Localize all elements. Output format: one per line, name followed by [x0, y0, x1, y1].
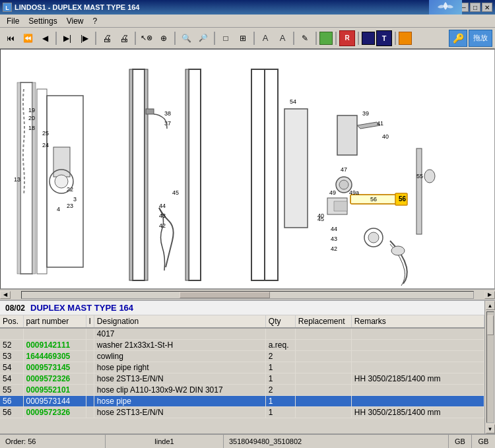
cell-part[interactable]: 0009572326 [23, 373, 86, 385]
toolbar-cursor[interactable]: ↖⊗ [139, 30, 154, 46]
cell-designation: cowling [94, 351, 265, 362]
quick-access[interactable]: 拖放 [469, 30, 492, 47]
toolbar-green[interactable] [319, 32, 333, 45]
toolbar-first[interactable]: ⏮ [3, 30, 18, 46]
v-scroll-track[interactable] [486, 311, 494, 423]
cell-remarks [351, 328, 484, 340]
h-scrollbar-thumb[interactable] [180, 292, 270, 298]
table-row[interactable]: 531644469305cowling2 [0, 351, 484, 362]
toolbar-sep7 [293, 32, 294, 45]
cell-part[interactable]: 0009552101 [23, 385, 86, 396]
table-row[interactable]: 540009573145hose pipe right1 [0, 362, 484, 373]
diagram-svg: 19 20 18 25 24 13 22 23 4 3 [1, 49, 482, 286]
svg-rect-22 [185, 69, 189, 280]
v-scrollbar[interactable]: ▲ ▼ [484, 301, 495, 433]
cell-designation: washer 21x33x1-St-H [94, 340, 265, 351]
status-bar: Order: 56 linde1 3518049480_3510802 GB G… [0, 433, 495, 448]
svg-rect-27 [146, 109, 154, 114]
svg-rect-19 [129, 69, 133, 280]
close-button[interactable]: ✕ [482, 3, 492, 12]
toolbar-next-page[interactable]: ▶| [59, 30, 75, 46]
diagram-area: 19 20 18 25 24 13 22 23 4 3 [0, 49, 495, 289]
toolbar-edit[interactable]: ✎ [297, 30, 313, 46]
svg-point-15 [55, 175, 68, 188]
cell-ind [86, 396, 94, 407]
toolbar-zoom-in[interactable]: 🔍 [178, 30, 194, 46]
v-scroll-thumb[interactable] [487, 315, 494, 335]
toolbar-print1[interactable]: 🖨 [99, 30, 115, 46]
toolbar-r-btn[interactable]: R [339, 30, 355, 46]
cell-ind [86, 385, 94, 396]
table-row[interactable]: 550009552101hose clip A110-130x9-W2 DIN … [0, 385, 484, 396]
svg-rect-20 [145, 69, 148, 280]
cell-part[interactable]: 1644469305 [23, 351, 86, 362]
svg-text:19: 19 [28, 107, 35, 113]
cell-part[interactable]: 0009572326 [23, 407, 86, 418]
table-row[interactable]: 4017 [0, 328, 484, 340]
svg-rect-30 [251, 69, 265, 280]
scroll-right[interactable]: ▶ [484, 291, 495, 299]
cell-pos: 53 [0, 351, 23, 362]
cell-part[interactable]: 0009573145 [23, 362, 86, 373]
status-user: linde1 [106, 435, 224, 448]
section-number: 08/02 [5, 304, 25, 313]
toolbar-sep11 [395, 32, 396, 45]
cell-remarks [351, 340, 484, 351]
svg-text:56: 56 [399, 195, 407, 203]
scroll-up[interactable]: ▲ [486, 301, 495, 310]
scroll-left[interactable]: ◀ [0, 291, 11, 299]
toolbar-zoom-circle[interactable]: ⊕ [156, 30, 172, 46]
cell-remarks: HH 3050/2185/1400 mm [351, 407, 484, 418]
toolbar-box2[interactable]: ⊞ [235, 30, 251, 46]
table-row[interactable]: 560009573144hose pipe1 [0, 396, 484, 407]
table-row[interactable]: 540009572326hose 2ST13-E/N/N1HH 3050/218… [0, 373, 484, 385]
toolbar-zoom-out[interactable]: 🔎 [195, 30, 211, 46]
cell-qty: 1 [265, 362, 295, 373]
cell-replacement [295, 373, 351, 385]
toolbar-a2[interactable]: A [275, 30, 290, 46]
maximize-button[interactable]: □ [470, 3, 480, 12]
status-code: 3518049480_3510802 [224, 435, 449, 448]
toolbar-orange[interactable] [399, 32, 412, 45]
toolbar-box1[interactable]: □ [218, 30, 234, 46]
svg-text:54: 54 [290, 98, 296, 105]
svg-text:45: 45 [172, 189, 179, 196]
toolbar-sep4 [174, 32, 176, 45]
section-header: 08/02 DUPLEX MAST TYPE 164 [0, 301, 495, 315]
col-part: part number [23, 315, 86, 328]
cell-part [23, 328, 86, 340]
toolbar-black2[interactable]: T [376, 30, 392, 46]
cell-qty: 2 [265, 385, 295, 396]
h-scrollbar-track[interactable] [21, 291, 474, 299]
cell-part[interactable]: 0009573144 [23, 396, 86, 407]
menu-help[interactable]: ? [89, 15, 102, 27]
col-ind: I [86, 315, 94, 328]
table-row[interactable]: 520009142111washer 21x33x1-St-Ha.req. [0, 340, 484, 351]
svg-rect-32 [284, 109, 308, 228]
toolbar-print2[interactable]: 🖨 [116, 30, 132, 46]
cell-ind [86, 340, 94, 351]
svg-text:38: 38 [164, 110, 171, 117]
menu-view[interactable]: View [63, 15, 88, 27]
search-button[interactable]: 🔑 [449, 30, 467, 47]
svg-text:25: 25 [42, 130, 49, 137]
toolbar-prev-prev[interactable]: ⏪ [20, 30, 36, 46]
svg-text:49a: 49a [349, 189, 359, 196]
svg-text:43: 43 [331, 236, 337, 242]
cell-part[interactable]: 0009142111 [23, 340, 86, 351]
menu-settings[interactable]: Settings [24, 15, 61, 27]
svg-point-56 [391, 246, 405, 255]
toolbar-next-page2[interactable]: |▶ [77, 30, 92, 46]
toolbar-black1[interactable] [362, 32, 375, 45]
status-lang2: GB [472, 435, 495, 448]
toolbar-sep2 [95, 32, 96, 45]
h-scrollbar[interactable]: ◀ ▶ [0, 289, 495, 300]
toolbar-sep3 [135, 32, 136, 45]
col-replacement: Replacement [295, 315, 351, 328]
toolbar-a1[interactable]: A [257, 30, 273, 46]
toolbar-prev[interactable]: ◀ [37, 30, 53, 46]
table-row[interactable]: 560009572326hose 2ST13-E/N/N1HH 3050/218… [0, 407, 484, 418]
menu-file[interactable]: File [3, 15, 23, 27]
scroll-down[interactable]: ▼ [486, 424, 495, 433]
window-controls[interactable]: ─ □ ✕ [458, 3, 492, 12]
